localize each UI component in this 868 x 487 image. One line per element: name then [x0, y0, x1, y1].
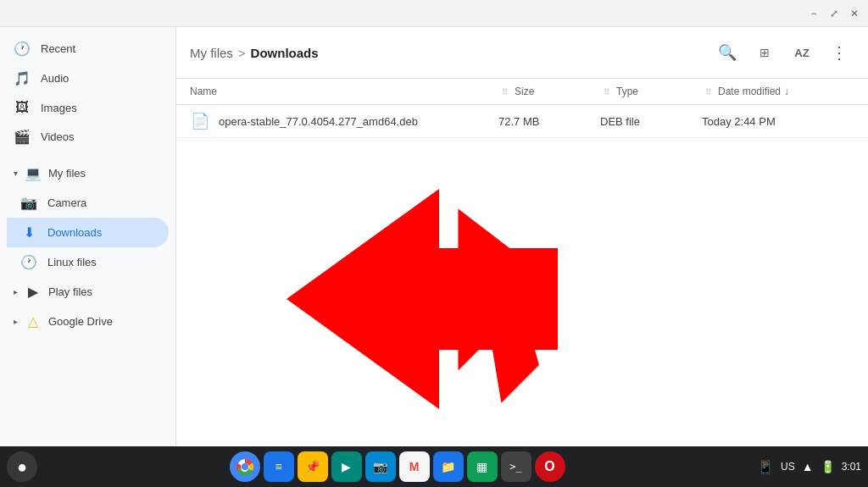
table-row[interactable]: 📄 opera-stable_77.0.4054.277_amd64.deb 7… [176, 105, 868, 138]
toolbar: My files > Downloads 🔍 ⊞ AZ ⋮ [176, 27, 868, 79]
downloads-icon: ⬇ [20, 224, 37, 241]
col-header-size[interactable]: ⠿ Size [498, 86, 600, 97]
sidebar: 🕐 Recent 🎵 Audio 🖼 Images 🎬 Videos ▾ 💻 M… [0, 27, 176, 446]
sidebar-item-videos[interactable]: 🎬 Videos [0, 122, 169, 152]
sidebar-item-label: Images [41, 102, 77, 114]
sort-direction-icon: ↓ [784, 86, 789, 97]
file-date-modified: Today 2:44 PM [702, 115, 854, 128]
taskbar-app-camera[interactable]: 📷 [365, 451, 396, 482]
play-expand-icon: ▸ [14, 287, 18, 296]
taskbar-battery-icon: 🔋 [821, 460, 835, 473]
taskbar-app-play[interactable]: ▶ [331, 451, 362, 482]
taskbar-right: 📱 US ▲ 🔋 3:01 [757, 459, 861, 475]
sidebar-item-audio[interactable]: 🎵 Audio [0, 64, 169, 93]
drive-icon: △ [25, 313, 42, 329]
sort-button[interactable]: AZ [787, 37, 817, 68]
sidebar-item-label: Audio [41, 72, 69, 85]
taskbar-app-chrome[interactable] [230, 451, 260, 482]
sidebar-item-recent[interactable]: 🕐 Recent [0, 34, 169, 64]
taskbar-app-files[interactable]: 📁 [433, 451, 464, 482]
sidebar-section-label: Google Drive [48, 315, 113, 328]
maximize-button[interactable]: ⤢ [827, 7, 841, 20]
sidebar-section-label: My files [48, 167, 86, 180]
file-list-header: Name ⠿ Size ⠿ Type ⠿ Date modified ↓ [176, 79, 868, 105]
breadcrumb-current: Downloads [251, 46, 319, 60]
recent-icon: 🕐 [14, 41, 31, 57]
svg-point-3 [242, 463, 248, 470]
taskbar-app-gmail[interactable]: M [399, 451, 430, 482]
taskbar-app-docs[interactable]: ≡ [264, 451, 294, 482]
close-button[interactable]: ✕ [848, 7, 861, 20]
col-size-label: Size [515, 86, 534, 97]
taskbar-time: 3:01 [842, 461, 861, 473]
sidebar-item-downloads[interactable]: ⬇ Downloads [7, 218, 169, 247]
more-options-button[interactable]: ⋮ [824, 37, 854, 68]
col-header-type[interactable]: ⠿ Type [600, 86, 702, 97]
taskbar-wifi-icon: ▲ [802, 460, 814, 473]
sidebar-section-googledrive[interactable]: ▸ △ Google Drive [0, 307, 175, 336]
expand-icon: ▾ [14, 169, 18, 178]
breadcrumb: My files > Downloads [190, 46, 319, 60]
toolbar-actions: 🔍 ⊞ AZ ⋮ [712, 37, 854, 68]
col-resize-handle: ⠿ [705, 87, 711, 97]
sidebar-item-linux-files[interactable]: 🕐 Linux files [7, 247, 169, 277]
col-date-label: Date modified [718, 86, 781, 97]
sidebar-item-label: Videos [41, 130, 75, 143]
title-bar: − ⤢ ✕ [0, 0, 868, 27]
play-icon: ▶ [25, 284, 42, 300]
search-button[interactable]: 🔍 [712, 37, 743, 68]
sidebar-section-myfiles-children: 📷 Camera ⬇ Downloads 🕐 Linux files [0, 188, 175, 277]
taskbar-app-linux[interactable]: >_ [501, 451, 531, 482]
col-header-name[interactable]: Name [190, 86, 498, 97]
file-type-icon: 📄 [190, 112, 210, 130]
videos-icon: 🎬 [14, 129, 31, 145]
file-name: opera-stable_77.0.4054.277_amd64.deb [219, 115, 418, 128]
sidebar-item-label: Recent [41, 42, 75, 55]
taskbar-phone-icon: 📱 [757, 459, 774, 475]
taskbar-left: ● [7, 451, 37, 482]
audio-icon: 🎵 [14, 70, 31, 86]
sidebar-item-label: Downloads [47, 226, 102, 239]
taskbar-center: ≡ 📌 ▶ 📷 M 📁 ▦ >_ O [230, 451, 565, 482]
col-header-date[interactable]: ⠿ Date modified ↓ [702, 86, 854, 97]
col-resize-handle: ⠿ [502, 87, 508, 97]
minimize-button[interactable]: − [807, 7, 821, 20]
myfiles-icon: 💻 [25, 165, 42, 181]
sidebar-item-camera[interactable]: 📷 Camera [7, 188, 169, 218]
launcher-button[interactable]: ● [7, 451, 37, 482]
breadcrumb-parent[interactable]: My files [190, 46, 233, 60]
camera-icon: 📷 [20, 195, 37, 211]
breadcrumb-separator: > [238, 46, 246, 60]
col-type-label: Type [616, 86, 638, 97]
taskbar-app-opera[interactable]: O [535, 451, 565, 482]
sidebar-item-images[interactable]: 🖼 Images [0, 93, 169, 122]
file-name-cell: 📄 opera-stable_77.0.4054.277_amd64.deb [190, 112, 498, 130]
file-list: Name ⠿ Size ⠿ Type ⠿ Date modified ↓ [176, 79, 868, 446]
sidebar-item-label: Camera [47, 196, 86, 209]
col-resize-handle: ⠿ [604, 87, 609, 97]
sidebar-item-label: Linux files [47, 256, 97, 268]
sidebar-section-myfiles[interactable]: ▾ 💻 My files [0, 158, 175, 188]
images-icon: 🖼 [14, 100, 31, 115]
file-type: DEB file [600, 115, 702, 128]
taskbar: ● ≡ 📌 ▶ 📷 M 📁 [0, 446, 868, 487]
file-size: 72.7 MB [498, 115, 600, 128]
col-name-label: Name [190, 86, 217, 97]
sidebar-section-label: Play files [48, 285, 92, 298]
launcher-icon: ● [17, 457, 27, 477]
sidebar-section-playfiles[interactable]: ▸ ▶ Play files [0, 277, 175, 307]
drive-expand-icon: ▸ [14, 317, 18, 326]
taskbar-app-sheets[interactable]: ▦ [467, 451, 498, 482]
taskbar-locale[interactable]: US [781, 461, 795, 473]
linux-files-icon: 🕐 [20, 254, 37, 270]
grid-view-button[interactable]: ⊞ [749, 37, 780, 68]
taskbar-app-keep[interactable]: 📌 [298, 451, 328, 482]
